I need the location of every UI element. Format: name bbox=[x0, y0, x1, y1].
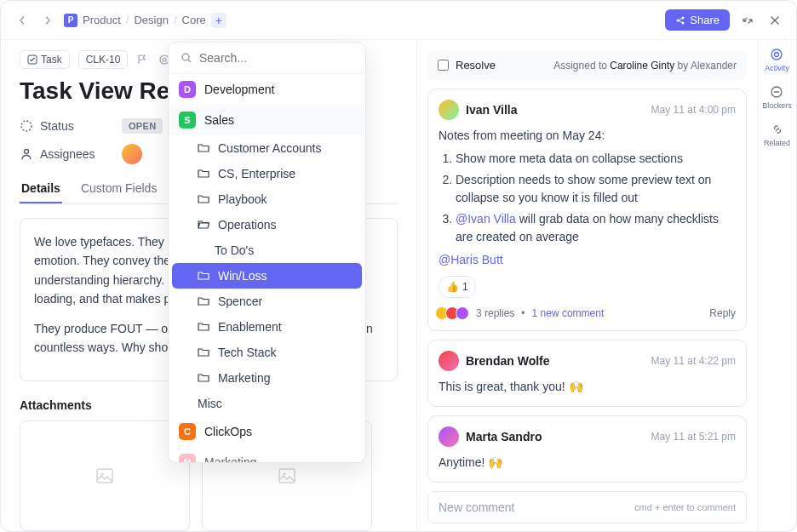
main-content: Task CLK-10 Task View Red Status OPEN As… bbox=[1, 40, 416, 532]
folder-icon bbox=[198, 295, 209, 307]
svg-point-7 bbox=[21, 121, 32, 131]
reply-avatars bbox=[439, 306, 469, 320]
dropdown-item[interactable]: CS, Enterprise bbox=[169, 161, 365, 186]
comment-body: Anytime! 🙌 bbox=[439, 454, 736, 472]
comment-time: May 11 at 5:21 pm bbox=[651, 431, 736, 443]
dropdown-search[interactable] bbox=[169, 43, 365, 74]
minimize-button[interactable] bbox=[738, 11, 757, 30]
right-sidebar: Activity Blockers Related bbox=[757, 40, 796, 532]
task-type-chip[interactable]: Task bbox=[20, 50, 70, 69]
avatar bbox=[439, 351, 459, 371]
dropdown-item[interactable]: Enablement bbox=[169, 314, 365, 340]
activity-icon bbox=[769, 47, 784, 62]
comments-panel: Resolve Assigned to Caroline Ginty by Al… bbox=[416, 40, 757, 532]
person-icon bbox=[20, 147, 33, 161]
new-comment-hint: cmd + enter to comment bbox=[634, 502, 736, 512]
breadcrumb-sep: / bbox=[174, 14, 177, 26]
status-icon bbox=[20, 119, 33, 133]
comment: Brendan Wolfe May 11 at 4:22 pm This is … bbox=[427, 340, 747, 407]
image-icon bbox=[277, 466, 297, 486]
group-label: Sales bbox=[204, 113, 234, 127]
avatar bbox=[439, 426, 459, 447]
sidebar-item-label: Activity bbox=[765, 64, 789, 72]
resolve-checkbox[interactable] bbox=[438, 60, 449, 71]
group-icon: S bbox=[179, 112, 196, 129]
blockers-icon bbox=[769, 84, 784, 100]
mention[interactable]: @Haris Butt bbox=[439, 253, 503, 266]
folder-icon bbox=[198, 193, 209, 205]
breadcrumb-add[interactable]: + bbox=[211, 13, 226, 28]
svg-point-14 bbox=[771, 49, 782, 60]
dropdown-item[interactable]: Operations bbox=[169, 212, 365, 237]
dropdown-item[interactable]: Customer Accounts bbox=[169, 135, 365, 161]
dropdown-item[interactable]: Tech Stack bbox=[169, 340, 365, 365]
check-icon bbox=[27, 54, 37, 65]
svg-point-8 bbox=[25, 150, 29, 154]
folder-icon bbox=[198, 372, 209, 384]
nav-forward[interactable] bbox=[38, 11, 57, 30]
folder-open-icon bbox=[198, 219, 209, 231]
avatar bbox=[439, 100, 459, 120]
dropdown-subitem[interactable]: To Do's bbox=[169, 237, 365, 263]
breadcrumb-item[interactable]: Product bbox=[83, 14, 121, 26]
assignees-label: Assignees bbox=[20, 147, 113, 161]
breadcrumb-item[interactable]: Core bbox=[182, 14, 206, 26]
group-icon: D bbox=[179, 81, 196, 98]
svg-rect-11 bbox=[279, 469, 295, 483]
task-id-chip[interactable]: CLK-10 bbox=[78, 50, 129, 69]
dropdown-item-misc[interactable]: Misc bbox=[169, 391, 365, 416]
breadcrumb-sep: / bbox=[126, 14, 129, 26]
related-icon bbox=[770, 122, 785, 137]
resolve-bar: Resolve Assigned to Caroline Ginty by Al… bbox=[427, 50, 747, 80]
attachment-placeholder[interactable] bbox=[20, 420, 190, 531]
task-type-label: Task bbox=[41, 54, 62, 66]
new-comment-placeholder: New comment bbox=[439, 501, 514, 514]
dropdown-item[interactable]: Marketing bbox=[169, 365, 365, 391]
dropdown-group-marketing[interactable]: M Marketing bbox=[169, 447, 365, 463]
dropdown-group-development[interactable]: D Development bbox=[169, 74, 365, 105]
reply-count[interactable]: 3 replies bbox=[476, 307, 514, 319]
svg-point-13 bbox=[182, 54, 189, 60]
status-badge[interactable]: OPEN bbox=[122, 118, 163, 134]
folder-icon bbox=[198, 142, 209, 154]
breadcrumb-item[interactable]: Design bbox=[134, 14, 168, 26]
search-input[interactable] bbox=[199, 51, 353, 65]
new-comment-link[interactable]: 1 new comment bbox=[532, 307, 605, 319]
location-dropdown: D Development S Sales Customer Accounts … bbox=[168, 42, 366, 463]
project-icon: P bbox=[64, 14, 77, 27]
comment-author: Marta Sandro bbox=[466, 430, 542, 443]
share-icon bbox=[675, 15, 685, 26]
flag-icon[interactable] bbox=[136, 54, 148, 66]
comment-author: Brendan Wolfe bbox=[466, 354, 550, 368]
reaction-button[interactable]: 👍1 bbox=[439, 276, 476, 298]
comment-time: May 11 at 4:00 pm bbox=[651, 104, 736, 116]
comment-body: Notes from meeting on May 24: Show more … bbox=[439, 127, 736, 298]
dropdown-group-sales[interactable]: S Sales bbox=[169, 105, 365, 135]
tab-details[interactable]: Details bbox=[20, 174, 62, 203]
svg-rect-9 bbox=[97, 469, 112, 483]
folder-icon bbox=[198, 168, 209, 180]
tab-custom-fields[interactable]: Custom Fields bbox=[79, 174, 158, 203]
sidebar-item-activity[interactable]: Activity bbox=[765, 47, 789, 72]
close-button[interactable] bbox=[765, 11, 784, 30]
comment: Ivan Villa May 11 at 4:00 pm Notes from … bbox=[427, 89, 747, 331]
group-icon: C bbox=[179, 423, 196, 440]
assignee-avatar[interactable] bbox=[122, 144, 142, 164]
group-label: Development bbox=[204, 83, 275, 96]
new-comment-input[interactable]: New comment cmd + enter to comment bbox=[427, 491, 747, 523]
folder-icon bbox=[198, 321, 209, 333]
share-button[interactable]: Share bbox=[665, 9, 730, 31]
comment: Marta Sandro May 11 at 5:21 pm Anytime! … bbox=[427, 415, 747, 483]
dropdown-item-selected[interactable]: Win/Loss bbox=[172, 263, 362, 289]
status-label: Status bbox=[20, 119, 113, 133]
nav-back[interactable] bbox=[13, 11, 32, 30]
mention[interactable]: @Ivan Villa bbox=[456, 212, 516, 226]
sidebar-item-related[interactable]: Related bbox=[764, 122, 790, 147]
breadcrumb: P Product / Design / Core + bbox=[64, 13, 226, 28]
reply-button[interactable]: Reply bbox=[709, 307, 736, 319]
sidebar-item-blockers[interactable]: Blockers bbox=[762, 84, 792, 110]
dropdown-item[interactable]: Spencer bbox=[169, 289, 365, 314]
dropdown-group-clickops[interactable]: C ClickOps bbox=[169, 416, 365, 447]
group-label: ClickOps bbox=[204, 425, 252, 438]
dropdown-item[interactable]: Playbook bbox=[169, 186, 365, 212]
